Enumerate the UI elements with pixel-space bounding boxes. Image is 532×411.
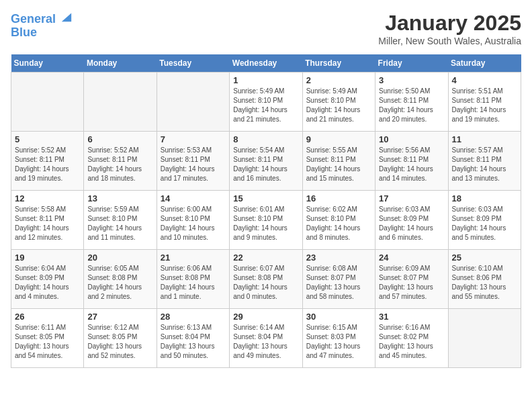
calendar-cell: 4Sunrise: 5:51 AM Sunset: 8:11 PM Daylig…: [448, 73, 521, 132]
title-block: January 2025 Miller, New South Wales, Au…: [378, 11, 521, 46]
calendar-cell: 14Sunrise: 6:00 AM Sunset: 8:10 PM Dayli…: [157, 191, 229, 250]
page-header: General Blue January 2025 Miller, New So…: [11, 11, 521, 46]
day-number: 15: [233, 193, 298, 203]
calendar-cell: 10Sunrise: 5:56 AM Sunset: 8:11 PM Dayli…: [375, 132, 448, 191]
svg-marker-0: [62, 13, 71, 22]
day-info: Sunrise: 6:08 AM Sunset: 8:07 PM Dayligh…: [306, 264, 371, 302]
calendar-cell: 29Sunrise: 6:14 AM Sunset: 8:04 PM Dayli…: [230, 309, 302, 368]
calendar-subtitle: Miller, New South Wales, Australia: [378, 36, 521, 46]
logo-icon: [60, 11, 73, 23]
calendar-cell: 2Sunrise: 5:49 AM Sunset: 8:10 PM Daylig…: [302, 73, 375, 132]
header-friday: Friday: [375, 54, 448, 73]
day-info: Sunrise: 6:05 AM Sunset: 8:08 PM Dayligh…: [87, 264, 152, 302]
day-info: Sunrise: 6:01 AM Sunset: 8:10 PM Dayligh…: [233, 205, 298, 242]
day-info: Sunrise: 6:06 AM Sunset: 8:08 PM Dayligh…: [161, 264, 226, 302]
calendar-cell: 18Sunrise: 6:03 AM Sunset: 8:09 PM Dayli…: [448, 191, 521, 250]
day-number: 25: [452, 253, 517, 263]
day-number: 24: [379, 253, 444, 263]
calendar-cell: 5Sunrise: 5:52 AM Sunset: 8:11 PM Daylig…: [11, 132, 84, 191]
day-info: Sunrise: 6:16 AM Sunset: 8:02 PM Dayligh…: [379, 323, 444, 361]
day-number: 21: [161, 253, 226, 263]
calendar-cell: 12Sunrise: 5:58 AM Sunset: 8:11 PM Dayli…: [11, 191, 84, 250]
day-number: 14: [161, 193, 226, 203]
calendar-cell: 20Sunrise: 6:05 AM Sunset: 8:08 PM Dayli…: [84, 250, 157, 309]
header-tuesday: Tuesday: [157, 54, 229, 73]
calendar-cell: 15Sunrise: 6:01 AM Sunset: 8:10 PM Dayli…: [230, 191, 302, 250]
week-row-2: 5Sunrise: 5:52 AM Sunset: 8:11 PM Daylig…: [11, 132, 521, 191]
calendar-cell: 30Sunrise: 6:15 AM Sunset: 8:03 PM Dayli…: [302, 309, 375, 368]
calendar-title: January 2025: [378, 11, 521, 36]
day-number: 16: [306, 193, 371, 203]
day-info: Sunrise: 6:04 AM Sunset: 8:09 PM Dayligh…: [15, 264, 80, 302]
day-info: Sunrise: 6:13 AM Sunset: 8:04 PM Dayligh…: [161, 323, 226, 361]
day-number: 29: [233, 312, 298, 322]
day-info: Sunrise: 6:15 AM Sunset: 8:03 PM Dayligh…: [306, 323, 371, 361]
day-info: Sunrise: 6:07 AM Sunset: 8:08 PM Dayligh…: [233, 264, 298, 302]
day-number: 7: [161, 134, 226, 144]
day-number: 20: [87, 253, 152, 263]
week-row-5: 26Sunrise: 6:11 AM Sunset: 8:05 PM Dayli…: [11, 309, 521, 368]
day-number: 13: [87, 193, 152, 203]
day-number: 28: [161, 312, 226, 322]
day-number: 19: [15, 253, 80, 263]
day-number: 1: [233, 75, 298, 85]
day-number: 8: [233, 134, 298, 144]
calendar-cell: 16Sunrise: 6:02 AM Sunset: 8:10 PM Dayli…: [302, 191, 375, 250]
day-number: 5: [15, 134, 80, 144]
day-info: Sunrise: 5:59 AM Sunset: 8:10 PM Dayligh…: [87, 205, 152, 242]
calendar-cell: [84, 73, 157, 132]
header-saturday: Saturday: [448, 54, 521, 73]
calendar-cell: 26Sunrise: 6:11 AM Sunset: 8:05 PM Dayli…: [11, 309, 84, 368]
calendar-cell: 8Sunrise: 5:54 AM Sunset: 8:11 PM Daylig…: [230, 132, 302, 191]
day-info: Sunrise: 6:11 AM Sunset: 8:05 PM Dayligh…: [15, 323, 80, 361]
day-number: 6: [87, 134, 152, 144]
logo: General Blue: [11, 11, 73, 40]
calendar-cell: 7Sunrise: 5:53 AM Sunset: 8:11 PM Daylig…: [157, 132, 229, 191]
header-sunday: Sunday: [11, 54, 84, 73]
calendar-cell: [11, 73, 84, 132]
header-thursday: Thursday: [302, 54, 375, 73]
calendar-cell: 21Sunrise: 6:06 AM Sunset: 8:08 PM Dayli…: [157, 250, 229, 309]
day-number: 27: [87, 312, 152, 322]
day-info: Sunrise: 5:55 AM Sunset: 8:11 PM Dayligh…: [306, 146, 371, 183]
day-info: Sunrise: 5:49 AM Sunset: 8:10 PM Dayligh…: [233, 87, 298, 124]
calendar-cell: 6Sunrise: 5:52 AM Sunset: 8:11 PM Daylig…: [84, 132, 157, 191]
day-info: Sunrise: 5:52 AM Sunset: 8:11 PM Dayligh…: [87, 146, 152, 183]
day-info: Sunrise: 6:10 AM Sunset: 8:06 PM Dayligh…: [452, 264, 517, 302]
day-number: 4: [452, 75, 517, 85]
calendar-cell: 9Sunrise: 5:55 AM Sunset: 8:11 PM Daylig…: [302, 132, 375, 191]
week-row-4: 19Sunrise: 6:04 AM Sunset: 8:09 PM Dayli…: [11, 250, 521, 309]
day-info: Sunrise: 5:58 AM Sunset: 8:11 PM Dayligh…: [15, 205, 80, 242]
day-number: 31: [379, 312, 444, 322]
calendar-cell: 25Sunrise: 6:10 AM Sunset: 8:06 PM Dayli…: [448, 250, 521, 309]
day-number: 23: [306, 253, 371, 263]
calendar-cell: 3Sunrise: 5:50 AM Sunset: 8:11 PM Daylig…: [375, 73, 448, 132]
calendar-cell: 24Sunrise: 6:09 AM Sunset: 8:07 PM Dayli…: [375, 250, 448, 309]
day-info: Sunrise: 5:57 AM Sunset: 8:11 PM Dayligh…: [452, 146, 517, 183]
day-info: Sunrise: 5:54 AM Sunset: 8:11 PM Dayligh…: [233, 146, 298, 183]
day-info: Sunrise: 6:02 AM Sunset: 8:10 PM Dayligh…: [306, 205, 371, 242]
day-number: 12: [15, 193, 80, 203]
day-number: 22: [233, 253, 298, 263]
day-info: Sunrise: 6:12 AM Sunset: 8:05 PM Dayligh…: [87, 323, 152, 361]
calendar-cell: [157, 73, 229, 132]
day-info: Sunrise: 5:53 AM Sunset: 8:11 PM Dayligh…: [161, 146, 226, 183]
day-info: Sunrise: 5:49 AM Sunset: 8:10 PM Dayligh…: [306, 87, 371, 124]
day-number: 30: [306, 312, 371, 322]
day-info: Sunrise: 6:00 AM Sunset: 8:10 PM Dayligh…: [161, 205, 226, 242]
day-number: 26: [15, 312, 80, 322]
calendar-cell: 19Sunrise: 6:04 AM Sunset: 8:09 PM Dayli…: [11, 250, 84, 309]
day-number: 10: [379, 134, 444, 144]
logo-text: General Blue: [11, 11, 73, 40]
day-info: Sunrise: 5:56 AM Sunset: 8:11 PM Dayligh…: [379, 146, 444, 183]
day-info: Sunrise: 5:51 AM Sunset: 8:11 PM Dayligh…: [452, 87, 517, 124]
day-number: 18: [452, 193, 517, 203]
calendar-cell: [448, 309, 521, 368]
day-number: 3: [379, 75, 444, 85]
day-info: Sunrise: 6:14 AM Sunset: 8:04 PM Dayligh…: [233, 323, 298, 361]
week-row-1: 1Sunrise: 5:49 AM Sunset: 8:10 PM Daylig…: [11, 73, 521, 132]
calendar-cell: 28Sunrise: 6:13 AM Sunset: 8:04 PM Dayli…: [157, 309, 229, 368]
calendar-cell: 13Sunrise: 5:59 AM Sunset: 8:10 PM Dayli…: [84, 191, 157, 250]
day-number: 17: [379, 193, 444, 203]
day-info: Sunrise: 6:09 AM Sunset: 8:07 PM Dayligh…: [379, 264, 444, 302]
